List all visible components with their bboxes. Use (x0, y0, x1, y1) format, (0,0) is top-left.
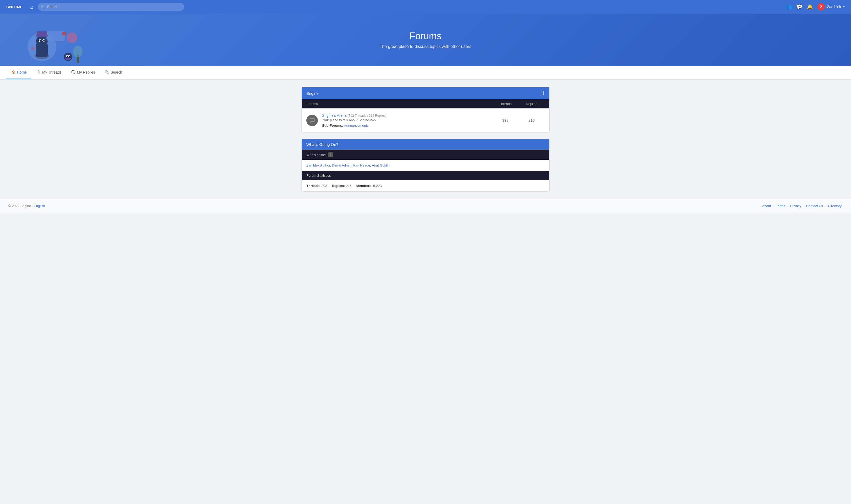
svg-point-6 (39, 40, 41, 42)
tab-search-label: Search (110, 70, 122, 74)
sngine-section-title: Sngine (306, 91, 319, 95)
footer-left: © 2020 Sngine · English (8, 204, 45, 208)
hero-subtitle: The great place to discuss topics with o… (380, 44, 471, 49)
stats-header: Forum Statistics (302, 171, 549, 180)
forum-title: Sngine's Arena (393 Threads / 216 Replie… (322, 113, 492, 118)
tab-my-replies[interactable]: 💬 My Replies (66, 66, 100, 79)
search-bar: 🔍 (38, 3, 184, 11)
online-count-badge: 4 (328, 152, 333, 157)
home-tab-icon: 🏠 (11, 70, 15, 74)
online-users-list: Zamblek Author, Demo Admin, Kim Reade, A… (302, 160, 549, 171)
svg-point-20 (69, 56, 70, 57)
username-label: Zamblek (827, 5, 841, 9)
navbar: SNGINE ⌂ 🔍 👥 💬 🔔 Z Zamblek ▾ (0, 0, 851, 14)
replies-stat-val: 216 (346, 184, 352, 188)
footer-terms-link[interactable]: Terms (776, 204, 785, 208)
forum-subforums: Sub-Forums: Announcements (322, 124, 492, 127)
forum-desc: Your place to talk about Sngine 24/7! (322, 118, 492, 122)
tab-my-threads-label: My Threads (42, 70, 61, 74)
chevron-down-icon: ▾ (843, 5, 845, 8)
col-threads-label: Threads (492, 102, 519, 106)
col-replies-label: Replies (519, 102, 545, 106)
chat-icon[interactable]: 💬 (797, 4, 802, 10)
svg-point-21 (66, 57, 71, 60)
sngine-section-header: Sngine ⇅ (302, 87, 549, 99)
whats-going-on-section: What's Going On? Who's online 4 Zamblek … (302, 139, 549, 192)
forum-row: Sngine's Arena (393 Threads / 216 Replie… (302, 108, 549, 132)
footer-privacy-link[interactable]: Privacy (790, 204, 801, 208)
forum-icon (306, 115, 318, 126)
footer-about-link[interactable]: About (762, 204, 771, 208)
stats-row: Threads: 393 Replies: 216 Members: 5,223 (302, 180, 549, 192)
svg-rect-24 (32, 47, 34, 50)
threads-stat-label: Threads (306, 184, 320, 188)
tab-my-replies-label: My Replies (77, 70, 95, 74)
search-icon: 🔍 (41, 5, 45, 9)
forum-name-link[interactable]: Sngine's Arena (322, 113, 347, 118)
hero-title: Forums (380, 31, 471, 42)
footer-directory-link[interactable]: Directory (828, 204, 841, 208)
svg-point-23 (73, 46, 83, 57)
forum-threads-count: 393 (492, 118, 519, 123)
avatar: Z (817, 3, 825, 11)
users-icon[interactable]: 👥 (786, 4, 792, 10)
wgo-online-bar: Who's online 4 (302, 150, 549, 160)
tab-home[interactable]: 🏠 Home (6, 66, 32, 79)
forum-replies-count: 216 (519, 118, 545, 123)
hero-illustration (16, 18, 89, 66)
svg-rect-13 (37, 31, 47, 36)
tab-search[interactable]: 🔍 Search (100, 66, 127, 79)
bell-icon[interactable]: 🔔 (807, 4, 813, 10)
forum-meta: (393 Threads / 216 Replies) (348, 114, 387, 118)
svg-rect-10 (47, 31, 65, 41)
online-user-zamblek[interactable]: Zamblek Author (306, 163, 330, 167)
svg-rect-14 (62, 32, 66, 35)
online-user-demo[interactable]: Demo Admin (332, 163, 351, 167)
threads-stat-val: 393 (322, 184, 327, 188)
members-stat-label: Members (356, 184, 371, 188)
sngine-section: Sngine ⇅ Forums Threads Replies Sngine's… (302, 87, 549, 132)
user-menu[interactable]: Z Zamblek ▾ (817, 3, 845, 11)
main-content: Sngine ⇅ Forums Threads Replies Sngine's… (297, 87, 554, 192)
footer-right: About · Terms · Privacy · Contact Us · D… (761, 204, 843, 208)
footer: © 2020 Sngine · English About · Terms · … (0, 199, 851, 213)
online-user-airat[interactable]: Airat Goldin (372, 163, 390, 167)
threads-tab-icon: 📋 (36, 70, 41, 74)
copyright-text: © 2020 Sngine · (8, 204, 34, 208)
svg-point-7 (43, 40, 45, 42)
home-icon[interactable]: ⌂ (30, 4, 34, 10)
sort-icon[interactable]: ⇅ (541, 90, 545, 96)
forum-info: Sngine's Arena (393 Threads / 216 Replie… (322, 113, 492, 127)
tab-my-threads[interactable]: 📋 My Threads (32, 66, 66, 79)
replies-stat-label: Replies (332, 184, 344, 188)
col-forums-label: Forums (306, 102, 492, 106)
forum-table-header: Forums Threads Replies (302, 99, 549, 108)
wgo-header: What's Going On? (302, 139, 549, 150)
hero-content: Forums The great place to discuss topics… (380, 31, 471, 49)
hero-banner: Forums The great place to discuss topics… (0, 14, 851, 66)
svg-point-15 (67, 33, 77, 43)
online-label: Who's online (306, 153, 326, 157)
replies-tab-icon: 💬 (71, 70, 75, 74)
subforums-label: Sub-Forums: (322, 124, 343, 127)
navbar-right: 👥 💬 🔔 Z Zamblek ▾ (786, 3, 845, 11)
search-input[interactable] (38, 3, 184, 11)
tab-home-label: Home (17, 70, 27, 74)
tabs-bar: 🏠 Home 📋 My Threads 💬 My Replies 🔍 Searc… (0, 66, 851, 79)
svg-point-19 (67, 56, 68, 57)
members-stat-val: 5,223 (373, 184, 382, 188)
lang-link[interactable]: English (34, 204, 45, 208)
search-tab-icon: 🔍 (105, 70, 109, 74)
brand-logo: SNGINE (6, 5, 23, 9)
online-user-kim[interactable]: Kim Reade (353, 163, 370, 167)
footer-contact-link[interactable]: Contact Us (806, 204, 823, 208)
subforum-announcements-link[interactable]: Announcements (344, 124, 369, 127)
